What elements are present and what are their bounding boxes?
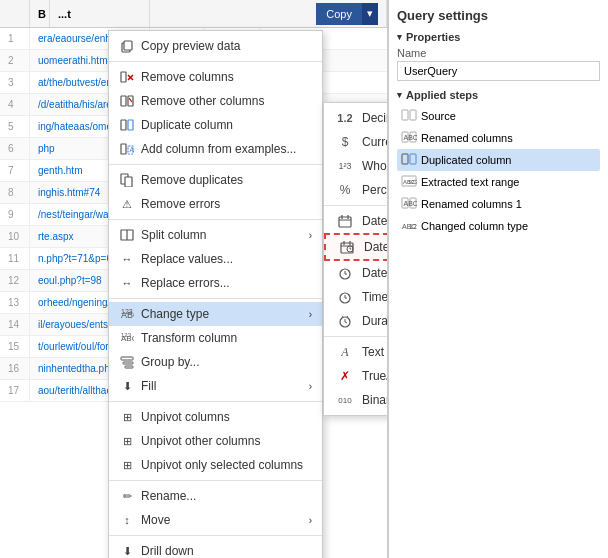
decimal-icon: 1.2 [334, 110, 356, 126]
submenu-currency[interactable]: $ Currency [324, 130, 388, 154]
properties-header[interactable]: ▾ Properties [397, 31, 600, 43]
step-renamed-columns[interactable]: ABC Renamed columns [397, 127, 600, 149]
context-menu: Copy preview data Remove columns Remove … [108, 30, 323, 558]
svg-rect-45 [125, 366, 133, 368]
svg-rect-1 [124, 41, 132, 50]
menu-unpivot-selected[interactable]: ⊞ Unpivot only selected columns [109, 453, 322, 477]
split-column-arrow: › [309, 230, 312, 241]
svg-text:ABC: ABC [404, 134, 418, 141]
menu-copy-preview[interactable]: Copy preview data [109, 34, 322, 58]
query-name-input[interactable] [397, 61, 600, 81]
submenu-datetime[interactable]: Date/Time [324, 233, 388, 261]
svg-line-38 [345, 322, 347, 323]
copy-dropdown-button[interactable]: ▾ [362, 3, 378, 25]
menu-remove-duplicates[interactable]: Remove duplicates [109, 168, 322, 192]
svg-rect-43 [121, 357, 133, 360]
svg-text:123: 123 [408, 179, 417, 185]
svg-text:123: 123 [121, 332, 132, 338]
data-grid: B ...t Copy ▾ 1 era/eaourse/enhades/ 100… [0, 0, 388, 558]
submenu-duration[interactable]: Duration [324, 309, 388, 333]
menu-rename-label: Rename... [141, 489, 196, 503]
col-header-b[interactable]: B [30, 0, 50, 27]
submenu-date[interactable]: Date [324, 209, 388, 233]
row-num: 1 [0, 28, 30, 49]
applied-steps-header[interactable]: ▾ Applied steps [397, 89, 600, 101]
step-duplicated-column[interactable]: Duplicated column [397, 149, 600, 171]
row-num: 5 [0, 116, 30, 137]
submenu-time-label: Time [362, 290, 388, 304]
properties-chevron: ▾ [397, 32, 402, 42]
submenu-percentage[interactable]: % Percentage [324, 178, 388, 202]
menu-remove-columns-label: Remove columns [141, 70, 234, 84]
menu-change-type[interactable]: ABC123 Change type › 1.2 Decimal number [109, 302, 322, 326]
menu-remove-errors[interactable]: ⚠ Remove errors [109, 192, 322, 216]
submenu-whole-number-label: Whole number [362, 159, 388, 173]
menu-fill-label: Fill [141, 379, 156, 393]
menu-remove-other-columns[interactable]: Remove other columns [109, 89, 322, 113]
submenu-time[interactable]: Time [324, 285, 388, 309]
step-extracted-icon: ABC123 [401, 174, 417, 190]
step-source[interactable]: Source [397, 105, 600, 127]
submenu-percentage-label: Percentage [362, 183, 388, 197]
menu-split-column[interactable]: Split column › [109, 223, 322, 247]
move-icon: ↕ [119, 512, 135, 528]
step-renamed-label: Renamed columns [421, 132, 596, 144]
svg-rect-51 [402, 154, 408, 164]
replace-errors-icon: ↔ [119, 275, 135, 291]
step-renamed-icon: ABC [401, 130, 417, 146]
step-source-icon [401, 108, 417, 124]
binary-icon: 010 [334, 392, 356, 408]
copy-preview-icon [119, 38, 135, 54]
copy-button[interactable]: Copy [316, 3, 362, 25]
step-changed-column-type[interactable]: ABC123 Changed column type [397, 215, 600, 237]
step-renamed1-icon: ABC [401, 196, 417, 212]
menu-unpivot-columns[interactable]: ⊞ Unpivot columns [109, 405, 322, 429]
menu-copy-preview-label: Copy preview data [141, 39, 240, 53]
true-false-icon: ✗ [334, 368, 356, 384]
svg-rect-44 [123, 362, 133, 364]
remove-other-columns-icon [119, 93, 135, 109]
currency-icon: $ [334, 134, 356, 150]
menu-replace-errors[interactable]: ↔ Replace errors... [109, 271, 322, 295]
submenu-decimal[interactable]: 1.2 Decimal number [324, 106, 388, 130]
menu-transform-column[interactable]: ABC123 Transform column [109, 326, 322, 350]
step-renamed-columns-1[interactable]: ABC Renamed columns 1 [397, 193, 600, 215]
submenu-text[interactable]: A Text [324, 340, 388, 364]
menu-drill-down-label: Drill down [141, 544, 194, 558]
submenu-trueFalse[interactable]: ✗ True/False [324, 364, 388, 388]
submenu-whole-number[interactable]: 1²3 Whole number [324, 154, 388, 178]
menu-drill-down[interactable]: ⬇ Drill down [109, 539, 322, 558]
submenu-binary[interactable]: 010 Binary [324, 388, 388, 412]
menu-fill[interactable]: ⬇ Fill › [109, 374, 322, 398]
move-arrow: › [309, 515, 312, 526]
menu-rename[interactable]: ✏ Rename... [109, 484, 322, 508]
row-num: 15 [0, 336, 30, 357]
submenu-datetime-label: Date/Time [364, 240, 388, 254]
svg-text:ABC: ABC [404, 200, 418, 207]
row-num: 10 [0, 226, 30, 247]
step-extracted-text[interactable]: ABC123 Extracted text range [397, 171, 600, 193]
menu-unpivot-selected-label: Unpivot only selected columns [141, 458, 303, 472]
svg-rect-5 [121, 96, 126, 106]
svg-rect-10 [121, 144, 126, 154]
menu-group-by[interactable]: Group by... [109, 350, 322, 374]
datetimezone-icon [334, 265, 356, 281]
menu-add-column-examples[interactable]: A Add column from examples... [109, 137, 322, 161]
menu-move[interactable]: ↕ Move › [109, 508, 322, 532]
svg-rect-8 [121, 120, 126, 130]
rename-icon: ✏ [119, 488, 135, 504]
menu-replace-errors-label: Replace errors... [141, 276, 230, 290]
submenu-datetimezone[interactable]: Date/Time/Zone [324, 261, 388, 285]
submenu-binary-label: Binary [362, 393, 388, 407]
col-header-t[interactable]: ...t [50, 0, 150, 27]
menu-unpivot-other[interactable]: ⊞ Unpivot other columns [109, 429, 322, 453]
submenu-datetimezone-label: Date/Time/Zone [362, 266, 388, 280]
svg-text:A: A [130, 146, 135, 153]
grid-header: B ...t Copy ▾ [0, 0, 387, 28]
unpivot-selected-icon: ⊞ [119, 457, 135, 473]
copy-btn-area: Copy ▾ [316, 3, 378, 25]
row-num: 3 [0, 72, 30, 93]
menu-replace-values[interactable]: ↔ Replace values... [109, 247, 322, 271]
menu-duplicate-column[interactable]: Duplicate column [109, 113, 322, 137]
menu-remove-columns[interactable]: Remove columns [109, 65, 322, 89]
